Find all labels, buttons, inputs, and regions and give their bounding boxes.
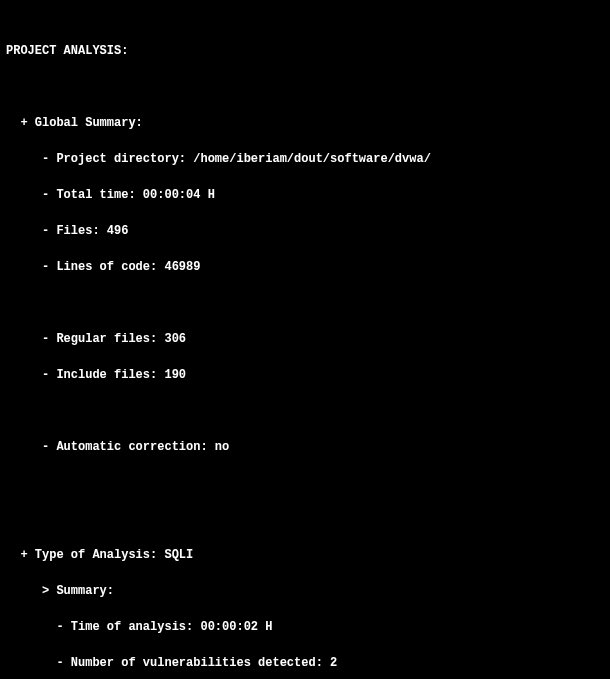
title: PROJECT ANALYSIS: — [6, 42, 604, 60]
global-header: + Global Summary: — [6, 114, 604, 132]
loc: - Lines of code: 46989 — [6, 258, 604, 276]
auto-value: no — [215, 440, 229, 454]
project-dir: - Project directory: /home/iberiam/dout/… — [6, 150, 604, 168]
blank — [6, 78, 604, 96]
total-time: - Total time: 00:00:04 H — [6, 186, 604, 204]
sqli-detected-label: - Number of vulnerabilities detected: — [6, 656, 330, 670]
sqli-summary: > Summary: — [6, 582, 604, 600]
include-files: - Include files: 190 — [6, 366, 604, 384]
sqli-time: - Time of analysis: 00:00:02 H — [6, 618, 604, 636]
blank — [6, 294, 604, 312]
regular-files: - Regular files: 306 — [6, 330, 604, 348]
auto-label: - Automatic correction: — [6, 440, 215, 454]
blank — [6, 474, 604, 492]
sqli-detected-value: 2 — [330, 656, 337, 670]
sqli-header: + Type of Analysis: SQLI — [6, 546, 604, 564]
blank — [6, 510, 604, 528]
sqli-detected: - Number of vulnerabilities detected: 2 — [6, 654, 604, 672]
blank — [6, 402, 604, 420]
files-count: - Files: 496 — [6, 222, 604, 240]
auto-correction: - Automatic correction: no — [6, 438, 604, 456]
